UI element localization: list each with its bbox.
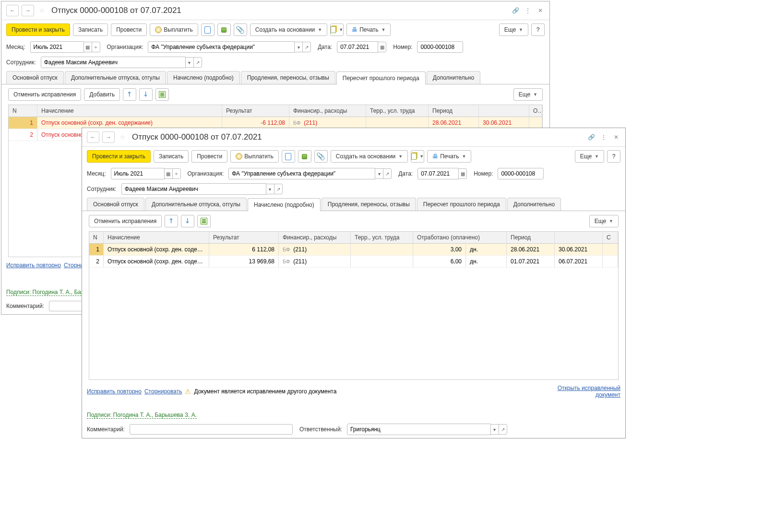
- open-corrected-doc-link[interactable]: Открыть исправленный документ: [548, 385, 620, 398]
- col-s[interactable]: С: [603, 232, 618, 243]
- date-field[interactable]: [337, 41, 378, 53]
- col-result[interactable]: Результат: [222, 105, 289, 117]
- copy-button[interactable]: ▼: [411, 150, 424, 163]
- post-button[interactable]: Провести: [191, 150, 227, 163]
- pay-button[interactable]: Выплатить: [230, 150, 279, 163]
- move-up-button[interactable]: 🡑: [165, 215, 178, 227]
- tab-recalc[interactable]: Пересчет прошлого периода: [336, 71, 426, 84]
- tab-extra-leave[interactable]: Дополнительные отпуска, отгулы: [145, 198, 247, 211]
- grid-more-button[interactable]: Еще▼: [513, 88, 543, 101]
- nav-back-button[interactable]: ←: [6, 5, 19, 16]
- col-n[interactable]: N: [89, 232, 104, 243]
- responsible-dropdown-button[interactable]: ▾: [490, 424, 499, 435]
- sheet-button[interactable]: [197, 215, 211, 227]
- save-button[interactable]: Записать: [154, 150, 189, 163]
- tab-main-leave[interactable]: Основной отпуск: [87, 198, 144, 211]
- org-field[interactable]: [148, 41, 295, 53]
- col-result[interactable]: Результат: [209, 232, 279, 243]
- employee-open-button[interactable]: ↗: [274, 184, 283, 194]
- employee-field[interactable]: [41, 57, 186, 68]
- nav-back-button[interactable]: ←: [87, 131, 99, 143]
- kebab-icon[interactable]: ⋮: [524, 6, 532, 15]
- close-icon[interactable]: ✕: [536, 6, 545, 15]
- more-button[interactable]: Еще▼: [575, 150, 604, 163]
- col-period2[interactable]: [555, 232, 603, 243]
- cancel-corrections-button[interactable]: Отменить исправления: [89, 215, 162, 227]
- print-button[interactable]: 🖶Печать▼: [346, 24, 391, 36]
- col-other[interactable]: О...: [529, 105, 542, 117]
- create-based-button[interactable]: Создать на основании▼: [331, 150, 408, 163]
- attach-button[interactable]: 📎: [314, 150, 328, 163]
- sheet-button[interactable]: [155, 88, 169, 101]
- month-picker-button[interactable]: ▦: [83, 42, 92, 52]
- month-field[interactable]: [111, 168, 165, 179]
- signatures-link[interactable]: Подписи: Погодина Т. А., Бары: [6, 289, 88, 296]
- form-button[interactable]: [282, 150, 295, 163]
- col-period[interactable]: Период: [507, 232, 555, 243]
- org-dropdown-button[interactable]: ▾: [294, 42, 303, 52]
- col-accrual[interactable]: Начисление: [37, 105, 222, 117]
- form-button[interactable]: [201, 24, 215, 36]
- col-period2[interactable]: [479, 105, 529, 117]
- star-icon[interactable]: ☆: [118, 132, 127, 142]
- post-and-close-button[interactable]: Провести и закрыть: [87, 150, 151, 163]
- employee-open-button[interactable]: ↗: [193, 57, 202, 68]
- col-period[interactable]: Период: [429, 105, 479, 117]
- col-worked[interactable]: Отработано (оплачено): [413, 232, 507, 243]
- more-button[interactable]: Еще▼: [499, 24, 528, 36]
- tab-accrued[interactable]: Начислено (подробно): [248, 198, 321, 211]
- attach-button[interactable]: 📎: [234, 24, 247, 36]
- col-n[interactable]: N: [9, 105, 37, 117]
- employee-dropdown-button[interactable]: ▾: [185, 57, 194, 68]
- responsible-open-button[interactable]: ↗: [499, 424, 507, 435]
- month-stepper-button[interactable]: ÷: [92, 42, 100, 52]
- date-field[interactable]: [417, 168, 459, 179]
- org-open-button[interactable]: ↗: [302, 42, 311, 52]
- close-icon[interactable]: ✕: [612, 133, 620, 142]
- grid-row[interactable]: 1 Отпуск основной (сохр. ден. содержание…: [89, 244, 618, 256]
- print-button[interactable]: 🖶Печать▼: [427, 150, 471, 163]
- date-picker-button[interactable]: ▦: [378, 42, 386, 52]
- pay-button[interactable]: Выплатить: [150, 24, 198, 36]
- add-button[interactable]: Добавить: [84, 88, 120, 101]
- action-green-button[interactable]: [298, 150, 311, 163]
- month-stepper-button[interactable]: ÷: [172, 168, 181, 179]
- move-down-button[interactable]: 🡓: [181, 215, 194, 227]
- cancel-corrections-button[interactable]: Отменить исправления: [8, 88, 81, 101]
- date-picker-button[interactable]: ▦: [458, 168, 467, 179]
- grid-more-button[interactable]: Еще▼: [589, 215, 619, 227]
- kebab-icon[interactable]: ⋮: [599, 133, 608, 142]
- tab-extra-leave[interactable]: Дополнительные отпуска, отгулы: [65, 71, 166, 84]
- responsible-field[interactable]: [347, 424, 491, 435]
- org-open-button[interactable]: ↗: [383, 168, 392, 179]
- tab-extensions[interactable]: Продления, переносы, отзывы: [322, 198, 416, 211]
- month-picker-button[interactable]: ▦: [164, 168, 173, 179]
- move-up-button[interactable]: 🡑: [123, 88, 136, 101]
- col-finance[interactable]: Финансир., расходы: [289, 105, 366, 117]
- tab-recalc[interactable]: Пересчет прошлого периода: [417, 198, 506, 211]
- nav-forward-button[interactable]: →: [102, 131, 115, 143]
- tab-accrued[interactable]: Начислено (подробно): [167, 71, 240, 84]
- tab-additional[interactable]: Дополнительно: [507, 198, 561, 211]
- employee-dropdown-button[interactable]: ▾: [266, 184, 274, 194]
- col-finance[interactable]: Финансир., расходы: [279, 232, 351, 243]
- create-based-button[interactable]: Создать на основании▼: [250, 24, 327, 36]
- col-territory[interactable]: Терр., усл. труда: [351, 232, 413, 243]
- comment-field[interactable]: [130, 424, 293, 435]
- move-down-button[interactable]: 🡓: [139, 88, 153, 101]
- month-field[interactable]: [30, 41, 84, 53]
- col-territory[interactable]: Терр., усл. труда: [366, 105, 429, 117]
- number-field[interactable]: [417, 41, 463, 53]
- post-and-close-button[interactable]: Провести и закрыть: [6, 24, 70, 36]
- fix-again-link[interactable]: Исправить повторно: [87, 388, 142, 395]
- signatures-link[interactable]: Подписи: Погодина Т. А., Барышева З. А.: [87, 412, 197, 419]
- org-dropdown-button[interactable]: ▾: [375, 168, 383, 179]
- tab-main-leave[interactable]: Основной отпуск: [6, 71, 64, 84]
- tab-extensions[interactable]: Продления, переносы, отзывы: [241, 71, 335, 84]
- link-icon[interactable]: 🔗: [587, 133, 596, 142]
- storno-link[interactable]: Сторнировать: [144, 388, 182, 395]
- help-button[interactable]: ?: [531, 24, 545, 36]
- action-green-button[interactable]: [217, 24, 231, 36]
- save-button[interactable]: Записать: [73, 24, 108, 36]
- grid-row[interactable]: 2 Отпуск основной (сохр. ден. содержание…: [89, 256, 618, 268]
